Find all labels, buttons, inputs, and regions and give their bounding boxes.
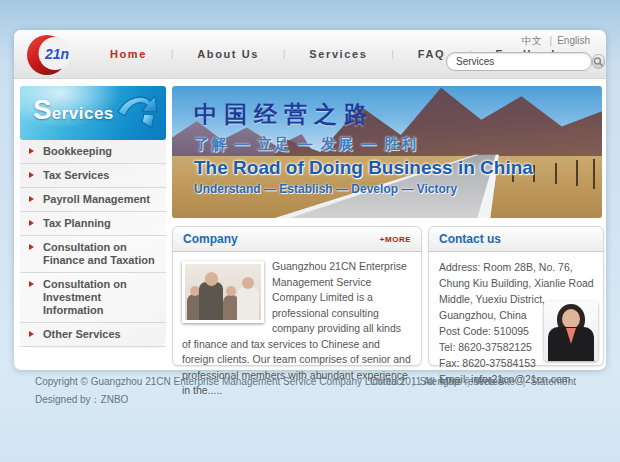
footer-link-sitemap[interactable]: Site Map [407,376,459,387]
services-sidebar: Services Bookkeeping Tax [20,86,166,348]
photo-person-head [226,286,236,296]
footer-link-statement[interactable]: Statement [518,376,576,387]
photo-person-head [242,277,254,289]
arrow-bullet-icon [29,148,34,154]
contact-person-photo [544,301,598,361]
contact-title: Contact us [439,232,501,246]
company-title: Company [183,232,238,246]
company-logo[interactable]: 21n [22,31,94,78]
sidebar-item-label: Other Services [43,328,121,340]
photo-person [237,287,259,320]
arrow-bullet-icon [29,331,34,337]
footer-links: Contact Site Map Web Site Statement [370,376,576,387]
banner-headline-cn: 中国经营之路 [194,99,533,130]
sidebar-item-tax-planning[interactable]: Tax Planning [20,212,166,236]
site-header: 21n Home About Us Services FAQ Feedback … [14,30,606,79]
sidebar-item-payroll-management[interactable]: Payroll Management [20,188,166,212]
photo-person [199,282,223,320]
lang-english[interactable]: English [545,35,590,46]
lang-chinese[interactable]: 中文 [522,35,542,46]
banner-subline-en: Understand — Establish — Develop — Victo… [194,182,533,196]
sidebar-banner: Services [20,86,166,140]
footer-link-contact[interactable]: Contact [370,376,404,387]
logo-text: 21n [44,46,69,62]
curved-arrow-icon [114,92,160,134]
arrow-bullet-icon [29,172,34,178]
hero-banner: 中国经营之路 了解 — 立足 — 发展 — 胜利 The Road of Doi… [172,86,602,218]
arrow-bullet-icon [29,196,34,202]
contact-panel: Contact us Address: Room 28B, No. 76, Ch… [428,226,604,366]
sidebar-item-label: Consultation on Investment Information [43,278,127,316]
sidebar-item-consultation-finance[interactable]: Consultation on Finance and Taxation [20,236,166,273]
fence-post [576,160,578,186]
photo-person-face [562,309,580,329]
nav-about-us[interactable]: About Us [159,48,271,60]
photo-person-head [205,273,218,286]
company-panel-header: Company +MORE [173,227,421,252]
sidebar-item-label: Payroll Management [43,193,150,205]
sidebar-title: Services [33,94,114,126]
fence-post [593,159,595,189]
sidebar-menu: Bookkeeping Tax Services Payroll Managem… [20,140,166,348]
banner-text-block: 中国经营之路 了解 — 立足 — 发展 — 胜利 The Road of Doi… [194,99,533,196]
banner-subline-cn: 了解 — 立足 — 发展 — 胜利 [194,135,533,154]
sidebar-item-label: Tax Services [43,169,109,181]
banner-headline-en: The Road of Doing Business in China [194,157,533,179]
main-card: 21n Home About Us Services FAQ Feedback … [14,30,606,370]
footer-link-website[interactable]: Web Site [462,376,515,387]
sidebar-item-bookkeeping[interactable]: Bookkeeping [20,140,166,164]
language-switcher: 中文 English [522,34,590,48]
sidebar-item-tax-services[interactable]: Tax Services [20,164,166,188]
sidebar-item-label: Bookkeeping [43,145,112,157]
fence-post [533,165,535,182]
nav-services[interactable]: Services [271,48,379,60]
sidebar-item-other-services[interactable]: Other Services [20,323,166,347]
sidebar-item-label: Consultation on Finance and Taxation [43,241,155,266]
more-link[interactable]: +MORE [380,235,411,244]
arrow-bullet-icon [29,220,34,226]
arrow-bullet-icon [29,281,34,287]
sidebar-item-label: Tax Planning [43,217,111,229]
search-button[interactable] [592,54,605,69]
nav-home[interactable]: Home [98,48,159,60]
contact-panel-header: Contact us [429,227,603,252]
search-box [446,52,592,71]
arrow-bullet-icon [29,244,34,250]
sidebar-title-rest: ervices [52,104,114,123]
sidebar-item-consultation-investment[interactable]: Consultation on Investment Information [20,273,166,323]
company-team-photo [182,261,264,323]
fence-post [555,163,557,184]
logo-crescent-icon: 21n [22,31,94,78]
company-panel: Company +MORE Guangzhou 21CN Enterprise … [172,226,422,366]
designed-by-text: Designed by：ZNBO [35,393,128,407]
search-input[interactable] [447,55,592,68]
sidebar-title-initial: S [33,94,52,125]
search-icon [593,57,604,67]
